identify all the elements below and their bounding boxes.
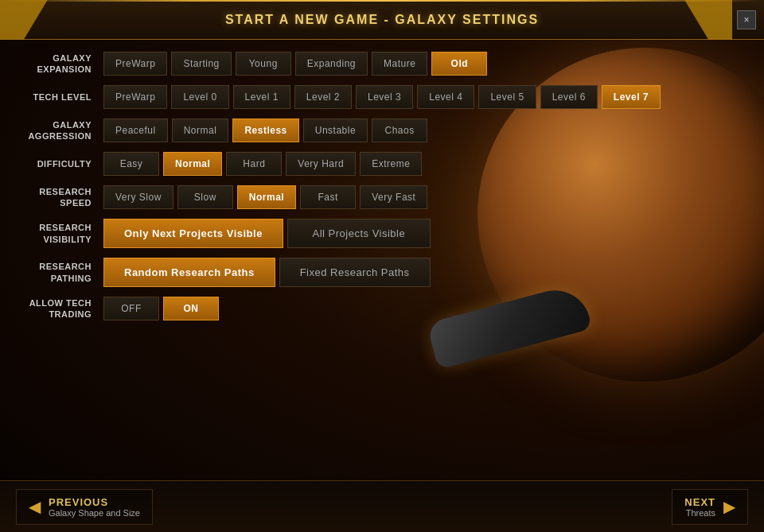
btn-level7-tech[interactable]: Level 7 — [602, 85, 661, 109]
btn-prewarp-tech[interactable]: PreWarp — [103, 85, 167, 109]
page-title: START A NEW GAME - GALAXY SETTINGS — [225, 13, 539, 27]
next-arrow-icon: ▶ — [723, 497, 735, 516]
btn-normal-difficulty[interactable]: Normal — [163, 152, 222, 176]
content-panel: START A NEW GAME - GALAXY SETTINGS × GAL… — [0, 0, 764, 532]
btn-only-next-visible[interactable]: Only Next Projects Visible — [103, 219, 283, 248]
btn-old-expansion[interactable]: Old — [431, 52, 487, 76]
btn-random-paths[interactable]: Random Research Paths — [103, 258, 275, 287]
galaxy-expansion-label: GALAXYEXPANSION — [16, 52, 103, 76]
close-button[interactable]: × — [737, 10, 756, 29]
galaxy-aggression-group: Peaceful Normal Restless Unstable Chaos — [103, 118, 427, 142]
title-bar: START A NEW GAME - GALAXY SETTINGS × — [0, 0, 764, 40]
btn-normal-aggression[interactable]: Normal — [172, 118, 229, 142]
previous-button[interactable]: ◀ PREVIOUS Galaxy Shape and Size — [16, 489, 153, 525]
btn-level3-tech[interactable]: Level 3 — [356, 85, 413, 109]
galaxy-expansion-row: GALAXYEXPANSION PreWarp Starting Young E… — [16, 52, 748, 76]
tech-trading-row: ALLOW TECHTRADING OFF ON — [16, 297, 748, 320]
bottom-nav: ◀ PREVIOUS Galaxy Shape and Size NEXT Th… — [0, 480, 764, 532]
btn-veryfast-speed[interactable]: Very Fast — [360, 185, 427, 209]
btn-mature-expansion[interactable]: Mature — [372, 52, 427, 76]
title-corner-right — [684, 0, 732, 40]
title-corner-left — [0, 0, 48, 40]
btn-slow-speed[interactable]: Slow — [177, 185, 233, 209]
previous-arrow-icon: ◀ — [29, 497, 41, 516]
difficulty-row: DIFFICULTY Easy Normal Hard Very Hard Ex… — [16, 152, 748, 176]
btn-fixed-paths[interactable]: Fixed Research Paths — [279, 258, 431, 287]
btn-easy-difficulty[interactable]: Easy — [103, 152, 159, 176]
previous-label: PREVIOUS — [49, 496, 140, 508]
btn-peaceful-aggression[interactable]: Peaceful — [103, 118, 168, 142]
btn-normal-speed[interactable]: Normal — [237, 185, 296, 209]
settings-area: GALAXYEXPANSION PreWarp Starting Young E… — [0, 40, 764, 480]
tech-trading-label: ALLOW TECHTRADING — [16, 297, 103, 320]
previous-sublabel: Galaxy Shape and Size — [49, 508, 140, 518]
research-speed-row: RESEARCHSPEED Very Slow Slow Normal Fast… — [16, 185, 748, 209]
btn-level6-tech[interactable]: Level 6 — [540, 85, 598, 109]
btn-trading-off[interactable]: OFF — [103, 297, 159, 320]
tech-level-label: TECH LEVEL — [16, 91, 103, 103]
research-visibility-group: Only Next Projects Visible All Projects … — [103, 219, 431, 248]
research-speed-label: RESEARCHSPEED — [16, 186, 103, 209]
btn-all-projects-visible[interactable]: All Projects Visible — [287, 219, 431, 248]
research-pathing-row: RESEARCHPATHING Random Research Paths Fi… — [16, 258, 748, 287]
galaxy-aggression-label: GALAXYAGGRESSION — [16, 119, 103, 142]
btn-level5-tech[interactable]: Level 5 — [478, 85, 536, 109]
difficulty-group: Easy Normal Hard Very Hard Extreme — [103, 152, 422, 176]
btn-restless-aggression[interactable]: Restless — [232, 118, 298, 142]
research-visibility-row: RESEARCHVISIBILITY Only Next Projects Vi… — [16, 219, 748, 248]
next-sublabel: Threats — [684, 508, 715, 518]
next-label: NEXT — [684, 496, 715, 508]
btn-veryslow-speed[interactable]: Very Slow — [103, 185, 173, 209]
btn-young-expansion[interactable]: Young — [236, 52, 291, 76]
btn-starting-expansion[interactable]: Starting — [171, 52, 231, 76]
btn-chaos-aggression[interactable]: Chaos — [372, 118, 427, 142]
btn-hard-difficulty[interactable]: Hard — [226, 152, 282, 176]
research-pathing-label: RESEARCHPATHING — [16, 261, 103, 284]
tech-level-row: TECH LEVEL PreWarp Level 0 Level 1 Level… — [16, 85, 748, 109]
btn-unstable-aggression[interactable]: Unstable — [303, 118, 368, 142]
main-container: START A NEW GAME - GALAXY SETTINGS × GAL… — [0, 0, 764, 532]
btn-expanding-expansion[interactable]: Expanding — [295, 52, 368, 76]
btn-level1-tech[interactable]: Level 1 — [233, 85, 290, 109]
galaxy-expansion-group: PreWarp Starting Young Expanding Mature … — [103, 52, 487, 76]
tech-trading-group: OFF ON — [103, 297, 219, 320]
tech-level-group: PreWarp Level 0 Level 1 Level 2 Level 3 … — [103, 85, 661, 109]
next-text-block: NEXT Threats — [684, 496, 715, 518]
research-pathing-group: Random Research Paths Fixed Research Pat… — [103, 258, 431, 287]
galaxy-aggression-row: GALAXYAGGRESSION Peaceful Normal Restles… — [16, 118, 748, 142]
btn-level4-tech[interactable]: Level 4 — [417, 85, 474, 109]
next-button[interactable]: NEXT Threats ▶ — [672, 489, 748, 525]
btn-level2-tech[interactable]: Level 2 — [294, 85, 352, 109]
btn-extreme-difficulty[interactable]: Extreme — [360, 152, 422, 176]
btn-level0-tech[interactable]: Level 0 — [171, 85, 228, 109]
btn-veryhard-difficulty[interactable]: Very Hard — [286, 152, 356, 176]
previous-text-block: PREVIOUS Galaxy Shape and Size — [49, 496, 140, 518]
difficulty-label: DIFFICULTY — [16, 158, 103, 169]
btn-trading-on[interactable]: ON — [163, 297, 219, 320]
btn-prewarp-expansion[interactable]: PreWarp — [103, 52, 167, 76]
research-visibility-label: RESEARCHVISIBILITY — [16, 222, 103, 245]
research-speed-group: Very Slow Slow Normal Fast Very Fast — [103, 185, 427, 209]
btn-fast-speed[interactable]: Fast — [300, 185, 356, 209]
